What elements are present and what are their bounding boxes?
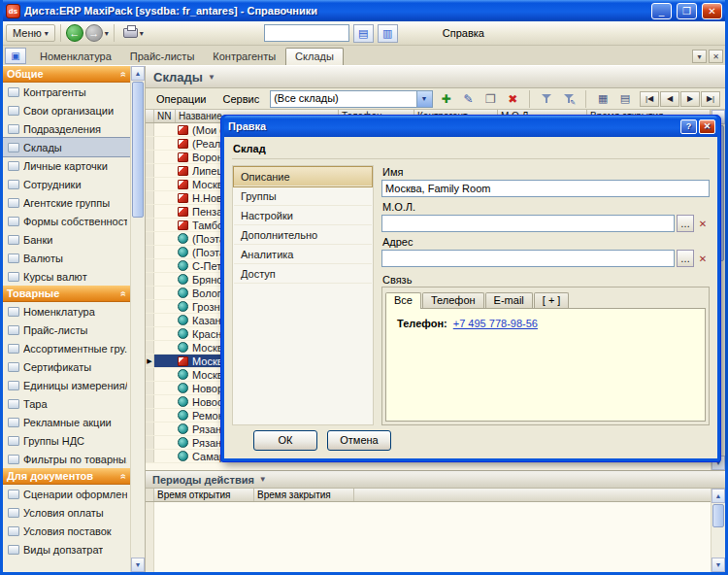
sidebar-item[interactable]: Склады: [3, 138, 130, 156]
minimize-button[interactable]: _: [651, 3, 672, 19]
periods-scrollbar[interactable]: ▲ ▼: [711, 489, 725, 572]
scrollbar-thumb[interactable]: [712, 504, 724, 527]
sidebar-item[interactable]: Личные карточки: [3, 156, 130, 175]
sidebar-item[interactable]: Тара: [3, 394, 130, 413]
sidebar-group-goods[interactable]: Товарные »: [3, 286, 130, 302]
tab-tool-button[interactable]: ▣: [5, 48, 26, 64]
sidebar-item[interactable]: Агентские группы: [3, 193, 130, 212]
sidebar-item[interactable]: Подразделения: [3, 119, 130, 138]
help-menu[interactable]: Справка: [437, 25, 490, 41]
contact-tab[interactable]: Телефон: [422, 292, 484, 308]
close-button[interactable]: ✕: [702, 3, 722, 19]
filter-button[interactable]: [538, 90, 555, 108]
sidebar-item[interactable]: Фильтры по товарны...: [3, 450, 130, 468]
ok-button[interactable]: ОК: [253, 430, 317, 451]
sidebar-item[interactable]: Условия оплаты: [3, 503, 130, 522]
contact-tab[interactable]: [ + ]: [534, 292, 570, 308]
maximize-button[interactable]: ❐: [677, 3, 697, 19]
sidebar-item[interactable]: Сотрудники: [3, 175, 130, 193]
search-input[interactable]: [264, 24, 349, 42]
tab[interactable]: Номенклатура: [31, 49, 120, 65]
periods-title: Периоды действия: [152, 474, 254, 486]
tab-overflow-button[interactable]: ▾: [692, 50, 707, 63]
edit-record-button[interactable]: ✎: [459, 90, 477, 108]
window-tile-button[interactable]: ▥: [378, 24, 398, 43]
operations-menu[interactable]: Операции: [150, 91, 212, 107]
next-record-button[interactable]: ▶: [680, 91, 700, 107]
sidebar-group-common[interactable]: Общие »: [3, 66, 130, 83]
sidebar-item[interactable]: Единицы измерения/...: [3, 376, 130, 394]
prev-record-button[interactable]: ◀: [660, 91, 679, 107]
sidebar-scrollbar[interactable]: ▲ ▼: [130, 66, 145, 572]
sidebar-item[interactable]: Сценарии оформлени...: [3, 485, 130, 503]
column-header-open-time[interactable]: Время открытия: [154, 489, 254, 501]
scrollbar-track[interactable]: [711, 503, 725, 558]
dialog-nav-item[interactable]: Настройки: [234, 206, 372, 225]
contact-tab[interactable]: E-mail: [485, 292, 533, 308]
add-record-button[interactable]: ✚: [438, 90, 455, 108]
periods-table-body[interactable]: [146, 502, 711, 572]
last-record-button[interactable]: ▶|: [701, 91, 720, 107]
dialog-nav-item[interactable]: Доступ: [234, 264, 372, 284]
forward-button[interactable]: →: [85, 24, 103, 42]
sidebar-item[interactable]: Формы собственности: [3, 212, 130, 230]
scrollbar-thumb[interactable]: [132, 82, 144, 218]
history-dropdown-icon[interactable]: ▾: [105, 29, 109, 38]
filter-edit-button[interactable]: ✎: [560, 90, 578, 108]
sidebar-item[interactable]: Валюты: [3, 249, 130, 267]
dialog-nav-item[interactable]: Дополнительно: [234, 225, 372, 245]
mol-field[interactable]: [381, 215, 675, 232]
mol-clear-button[interactable]: ✕: [696, 215, 710, 232]
sidebar-item[interactable]: Рекламные акции: [3, 413, 130, 431]
chevron-down-icon[interactable]: ▼: [208, 73, 215, 82]
scroll-up-icon[interactable]: ▲: [131, 66, 145, 81]
chevron-down-icon[interactable]: ▼: [259, 475, 267, 484]
dialog-help-button[interactable]: ?: [680, 119, 697, 134]
cancel-button[interactable]: Отмена: [327, 430, 391, 451]
menu-button[interactable]: Меню ▾: [6, 24, 55, 42]
grid-view-button[interactable]: ▦: [594, 90, 612, 108]
warehouse-filter-combo[interactable]: (Все склады) ▼: [270, 90, 432, 108]
dialog-close-button[interactable]: ✕: [699, 119, 715, 134]
scroll-down-icon[interactable]: ▼: [131, 558, 145, 572]
sidebar-item[interactable]: Условия поставок: [3, 522, 130, 540]
tab-close-button[interactable]: ✕: [709, 50, 723, 63]
service-menu[interactable]: Сервис: [216, 91, 265, 107]
dialog-nav-item[interactable]: Группы: [234, 186, 372, 206]
sidebar-item[interactable]: Свои организации: [3, 101, 130, 119]
address-picker-button[interactable]: …: [677, 250, 694, 267]
mol-picker-button[interactable]: …: [677, 215, 694, 232]
sidebar-item[interactable]: Банки: [3, 230, 130, 249]
dialog-nav-item[interactable]: Описание: [234, 167, 372, 186]
phone-link[interactable]: +7 495 778-98-56: [453, 318, 538, 329]
tab[interactable]: Прайс-листы: [121, 49, 203, 65]
scroll-down-icon[interactable]: ▼: [711, 558, 725, 572]
column-header-close-time[interactable]: Время закрытия: [254, 489, 354, 501]
name-field[interactable]: [381, 180, 710, 197]
column-header-nn[interactable]: NN: [154, 110, 176, 122]
scroll-up-icon[interactable]: ▲: [711, 489, 725, 503]
tab[interactable]: Склады: [285, 48, 344, 65]
delete-record-button[interactable]: ✖: [504, 90, 521, 108]
dialog-nav-item[interactable]: Аналитика: [234, 245, 372, 264]
back-button[interactable]: ←: [66, 24, 83, 42]
sidebar-item[interactable]: Контрагенты: [3, 83, 130, 101]
sidebar-item[interactable]: Сертификаты: [3, 357, 130, 376]
contact-tab[interactable]: Все: [385, 292, 421, 309]
sidebar-item[interactable]: Курсы валют: [3, 267, 130, 286]
tab[interactable]: Контрагенты: [204, 49, 284, 65]
address-field[interactable]: [381, 250, 675, 267]
copy-record-button[interactable]: ❐: [481, 90, 499, 108]
sidebar-item[interactable]: Ассортиментные гру...: [3, 339, 130, 357]
sidebar-item[interactable]: Группы НДС: [3, 431, 130, 450]
sidebar-item[interactable]: Прайс-листы: [3, 321, 130, 339]
first-record-button[interactable]: |◀: [640, 91, 659, 107]
print-button[interactable]: ▾: [119, 25, 148, 41]
address-clear-button[interactable]: ✕: [696, 250, 710, 267]
window-list-button[interactable]: ▤: [353, 24, 374, 43]
sidebar-item[interactable]: Номенклатура: [3, 302, 130, 321]
scrollbar-track[interactable]: [131, 81, 145, 558]
sidebar-item[interactable]: Виды допзатрат: [3, 540, 130, 558]
sidebar-group-documents[interactable]: Для документов »: [3, 468, 130, 485]
card-view-button[interactable]: ▤: [616, 90, 634, 108]
